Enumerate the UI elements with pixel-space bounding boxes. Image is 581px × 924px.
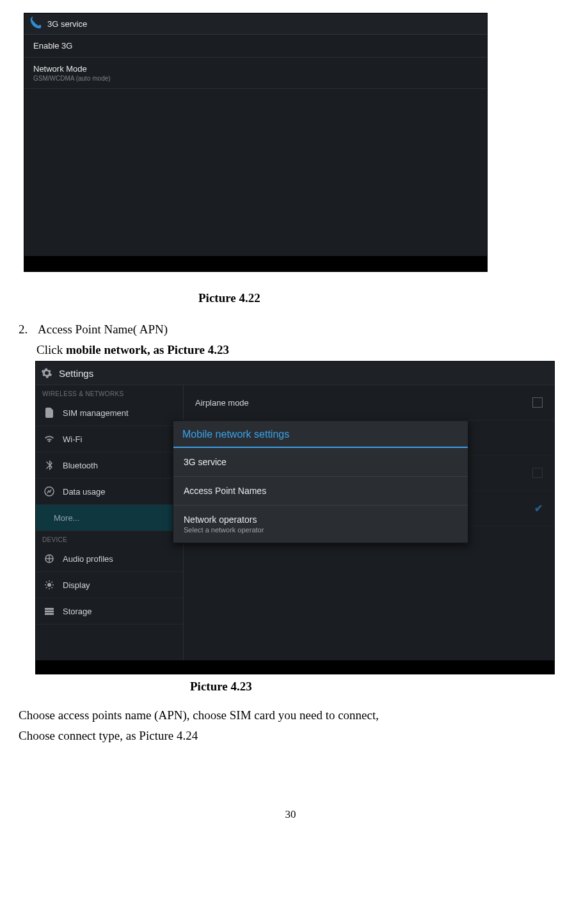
sidebar-label: Audio profiles xyxy=(63,554,113,564)
phone-icon xyxy=(28,17,42,31)
check-icon: ✔ xyxy=(534,502,543,514)
bluetooth-icon xyxy=(42,459,56,471)
screenshot-settings: Settings WIRELESS & NETWORKS SIM managem… xyxy=(35,361,555,674)
dialog-item-3g[interactable]: 3G service xyxy=(173,448,468,477)
row-label: Airplane mode xyxy=(195,398,249,408)
sidebar-item-sim[interactable]: SIM management xyxy=(36,400,183,426)
dialog-title: Mobile network settings xyxy=(173,421,468,448)
audio-icon xyxy=(42,553,56,564)
sim-icon xyxy=(42,407,56,418)
dialog-item-network-operators[interactable]: Network operators Select a network opera… xyxy=(173,506,468,543)
sidebar: WIRELESS & NETWORKS SIM management Wi-Fi… xyxy=(36,385,184,660)
checkbox-unchecked xyxy=(532,468,543,478)
app-header: Settings xyxy=(36,362,554,385)
dialog-item-label: Access Point Names xyxy=(184,486,458,496)
list-item-apn: 2.Access Point Name( APN) xyxy=(19,321,565,339)
list-number: 2. xyxy=(19,321,38,339)
text-bold: mobile network, as Picture 4.23 xyxy=(66,343,229,356)
screenshot-3g-service: 3G service Enable 3G Network Mode GSM/WC… xyxy=(24,13,488,272)
sidebar-item-display[interactable]: Display xyxy=(36,572,183,598)
sidebar-item-wifi[interactable]: Wi-Fi xyxy=(36,426,183,452)
list-text: Access Point Name( APN) xyxy=(38,323,168,336)
row-enable-3g[interactable]: Enable 3G xyxy=(24,35,487,58)
display-icon xyxy=(42,579,56,591)
paragraph-choose-apn: Choose access points name (APN), choose … xyxy=(19,706,565,724)
wifi-icon xyxy=(42,433,56,445)
figure-caption: Picture 4.23 xyxy=(16,680,565,694)
text-click: Click xyxy=(36,343,66,356)
row-subtitle: GSM/WCDMA (auto mode) xyxy=(33,75,478,82)
svg-rect-3 xyxy=(45,608,54,610)
header-title: Settings xyxy=(59,368,93,379)
row-label: Network Mode xyxy=(33,64,478,74)
sidebar-label: Display xyxy=(63,580,90,590)
sidebar-label: Wi-Fi xyxy=(63,434,82,444)
data-icon xyxy=(42,486,56,497)
sidebar-label: More... xyxy=(42,513,79,523)
svg-point-2 xyxy=(47,583,51,587)
sidebar-label: Storage xyxy=(63,607,92,616)
sidebar-item-bluetooth[interactable]: Bluetooth xyxy=(36,452,183,479)
dialog-item-sub: Select a network operator xyxy=(184,526,458,534)
section-header-wireless: WIRELESS & NETWORKS xyxy=(36,385,183,400)
sidebar-item-more[interactable]: More... xyxy=(36,505,183,531)
svg-rect-5 xyxy=(45,613,54,615)
nav-bar xyxy=(36,660,554,674)
storage-icon xyxy=(42,605,56,617)
dialog-mobile-network: Mobile network settings 3G service Acces… xyxy=(173,420,468,543)
dialog-item-label: 3G service xyxy=(184,457,458,467)
checkbox-unchecked[interactable] xyxy=(532,397,543,408)
dialog-item-label: Network operators xyxy=(184,514,458,525)
sidebar-label: SIM management xyxy=(63,408,129,418)
sidebar-item-audio[interactable]: Audio profiles xyxy=(36,546,183,572)
sidebar-item-data[interactable]: Data usage xyxy=(36,479,183,505)
figure-caption: Picture 4.22 xyxy=(16,291,565,305)
nav-bar xyxy=(24,256,487,271)
svg-rect-4 xyxy=(45,610,54,612)
sidebar-label: Bluetooth xyxy=(63,461,98,470)
sidebar-label: Data usage xyxy=(63,487,106,497)
paragraph-choose-type: Choose connect type, as Picture 4.24 xyxy=(19,727,565,745)
app-header: 3G service xyxy=(24,13,487,35)
dialog-item-apn[interactable]: Access Point Names xyxy=(173,477,468,506)
instruction-click: Click mobile network, as Picture 4.23 xyxy=(36,341,565,359)
sidebar-item-storage[interactable]: Storage xyxy=(36,598,183,625)
row-label: Enable 3G xyxy=(33,41,478,51)
section-header-device: DEVICE xyxy=(36,531,183,546)
row-airplane[interactable]: Airplane mode xyxy=(184,385,554,420)
row-network-mode[interactable]: Network Mode GSM/WCDMA (auto mode) xyxy=(24,58,487,89)
header-title: 3G service xyxy=(47,19,87,29)
page-number: 30 xyxy=(16,808,565,821)
settings-icon xyxy=(41,367,52,379)
